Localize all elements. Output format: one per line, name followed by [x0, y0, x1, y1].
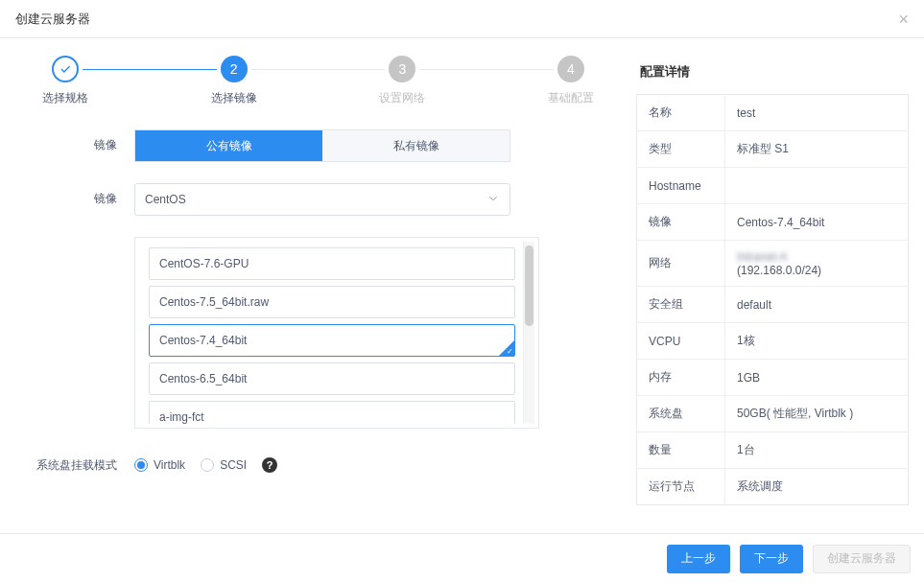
dialog-footer: 上一步 下一步 创建云服务器: [0, 533, 924, 583]
table-row: Hostname: [637, 168, 909, 204]
step-3-circle: 3: [389, 56, 415, 82]
image-os-select[interactable]: CentOS: [134, 183, 510, 216]
close-icon[interactable]: ×: [898, 0, 909, 38]
prev-button[interactable]: 上一步: [667, 545, 730, 573]
step-3[interactable]: 3 设置网络: [379, 56, 425, 106]
image-list-item[interactable]: a-img-fct✓: [149, 401, 515, 424]
radio-mark-icon: [134, 458, 148, 472]
image-os-label: 镜像: [0, 183, 134, 216]
help-icon[interactable]: ?: [262, 457, 277, 473]
image-list-item[interactable]: Centos-6.5_64bit✓: [149, 362, 515, 395]
step-4[interactable]: 4 基础配置: [548, 56, 594, 106]
table-row: 名称test: [637, 95, 909, 131]
step-1-label: 选择规格: [42, 90, 88, 106]
step-line-2: [251, 69, 386, 70]
radio-scsi[interactable]: SCSI: [201, 458, 247, 472]
checkmark-icon: [52, 56, 79, 82]
config-details-title: 配置详情: [636, 63, 909, 81]
step-2[interactable]: 2 选择镜像: [211, 56, 257, 106]
radio-virtblk[interactable]: Virtblk: [134, 458, 185, 472]
table-row: VCPU1核: [637, 323, 909, 360]
step-2-label: 选择镜像: [211, 90, 257, 106]
step-1[interactable]: 选择规格: [42, 56, 88, 106]
chevron-down-icon: [486, 192, 500, 208]
next-button[interactable]: 下一步: [740, 545, 803, 573]
table-row: 网络Intranet-A(192.168.0.0/24): [637, 241, 909, 287]
main-panel: 选择规格 2 选择镜像 3 设置网络 4 基础配置 镜像 公有镜像: [0, 38, 636, 583]
step-line-3: [419, 69, 554, 70]
table-row: 系统盘50GB( 性能型, Virtblk ): [637, 396, 909, 432]
table-row: 安全组default: [637, 287, 909, 323]
table-row: 运行节点系统调度: [637, 469, 909, 505]
tab-private-image[interactable]: 私有镜像: [322, 130, 509, 161]
step-4-label: 基础配置: [548, 90, 594, 106]
step-3-label: 设置网络: [379, 90, 425, 106]
scrollbar-thumb[interactable]: [525, 245, 533, 326]
config-details-table: 名称test 类型标准型 S1 Hostname 镜像Centos-7.4_64…: [636, 94, 909, 505]
stepper: 选择规格 2 选择镜像 3 设置网络 4 基础配置: [42, 56, 594, 106]
dialog-header: 创建云服务器 ×: [0, 0, 924, 38]
tab-public-image[interactable]: 公有镜像: [135, 130, 322, 161]
image-list-scrollbar[interactable]: [523, 242, 534, 424]
mount-mode-radios: Virtblk SCSI ?: [134, 450, 579, 480]
step-2-circle: 2: [221, 56, 248, 82]
radio-mark-icon: [201, 458, 214, 472]
table-row: 类型标准型 S1: [637, 131, 909, 168]
image-os-selected-value: CentOS: [145, 193, 186, 206]
create-button[interactable]: 创建云服务器: [813, 545, 911, 573]
image-list-item[interactable]: Centos-7.4_64bit✓: [149, 324, 515, 357]
image-list-item[interactable]: CentOS-7.6-GPU✓: [149, 247, 515, 280]
table-row: 数量1台: [637, 432, 909, 469]
mount-mode-label: 系统盘挂载模式: [0, 450, 134, 480]
dialog-title: 创建云服务器: [15, 0, 90, 38]
step-4-circle: 4: [557, 56, 584, 82]
image-list: CentOS-7.6-GPU✓ Centos-7.5_64bit.raw✓ Ce…: [134, 237, 539, 429]
config-details-panel: 配置详情 名称test 类型标准型 S1 Hostname 镜像Centos-7…: [636, 38, 924, 583]
table-row: 内存1GB: [637, 360, 909, 396]
step-line-1: [83, 69, 217, 70]
image-list-item[interactable]: Centos-7.5_64bit.raw✓: [149, 286, 515, 318]
image-type-label: 镜像: [0, 129, 134, 162]
image-type-tabs: 公有镜像 私有镜像: [134, 129, 510, 162]
table-row: 镜像Centos-7.4_64bit: [637, 204, 909, 241]
